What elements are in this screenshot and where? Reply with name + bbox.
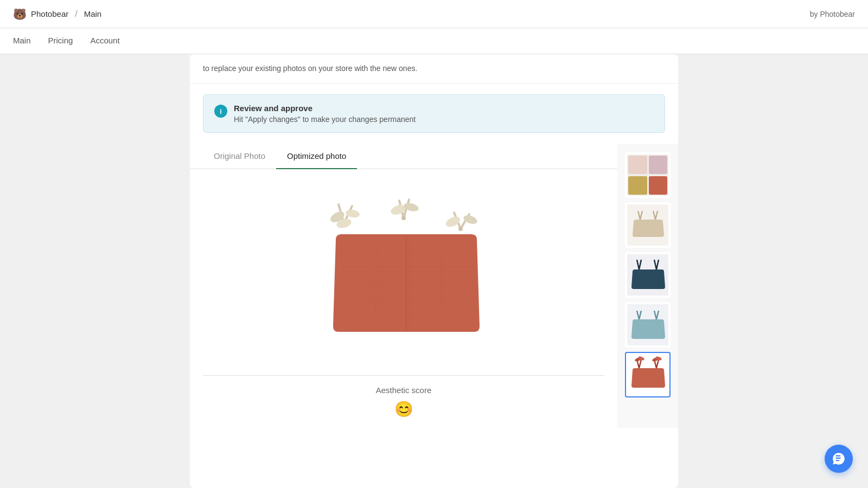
thumbnail-4[interactable] — [625, 302, 671, 348]
svg-rect-27 — [649, 156, 667, 174]
thumbnail-5[interactable] — [625, 352, 671, 397]
brand-name: Photobear — [31, 9, 68, 18]
brand-separator: / — [75, 9, 77, 19]
thumbnail-2[interactable] — [625, 202, 671, 248]
main-content: to replace your existing photos on your … — [0, 54, 868, 488]
thumbnail-1[interactable] — [625, 152, 671, 198]
nav-item-main[interactable]: Main — [13, 29, 31, 53]
thumbnail-3[interactable] — [625, 252, 671, 298]
tabs-row: Original Photo Optimized photo — [190, 144, 617, 169]
chat-icon — [832, 452, 846, 466]
thumbnails-column — [617, 144, 678, 428]
page-name: Main — [84, 9, 102, 18]
main-photo-area — [190, 169, 617, 375]
brand-area: 🐻 Photobear / Main — [13, 8, 101, 21]
by-label: by Photobear — [810, 10, 855, 18]
score-section: Aesthetic score 😊 — [203, 375, 604, 428]
svg-rect-28 — [628, 176, 647, 195]
info-icon: i — [214, 105, 227, 118]
nav-item-account[interactable]: Account — [90, 29, 119, 53]
svg-point-15 — [458, 227, 463, 231]
chat-button[interactable] — [825, 445, 853, 473]
info-banner: i Review and approve Hit "Apply changes"… — [203, 94, 665, 133]
score-label: Aesthetic score — [203, 386, 604, 395]
logo-icon: 🐻 — [13, 8, 27, 21]
svg-rect-26 — [628, 156, 647, 174]
intro-text: to replace your existing photos on your … — [190, 54, 678, 84]
product-image — [290, 185, 518, 359]
secondary-navigation: Main Pricing Account — [0, 28, 868, 54]
score-emoji: 😊 — [203, 400, 604, 418]
top-navigation: 🐻 Photobear / Main by Photobear — [0, 0, 868, 28]
svg-point-10 — [401, 216, 406, 220]
info-text: Review and approve Hit "Apply changes" t… — [234, 104, 416, 124]
svg-rect-29 — [649, 176, 667, 195]
nav-item-pricing[interactable]: Pricing — [48, 29, 73, 53]
tab-original-photo[interactable]: Original Photo — [203, 144, 276, 169]
tab-optimized-photo[interactable]: Optimized photo — [276, 144, 357, 169]
banner-subtitle: Hit "Apply changes" to make your changes… — [234, 115, 416, 124]
banner-title: Review and approve — [234, 104, 416, 113]
